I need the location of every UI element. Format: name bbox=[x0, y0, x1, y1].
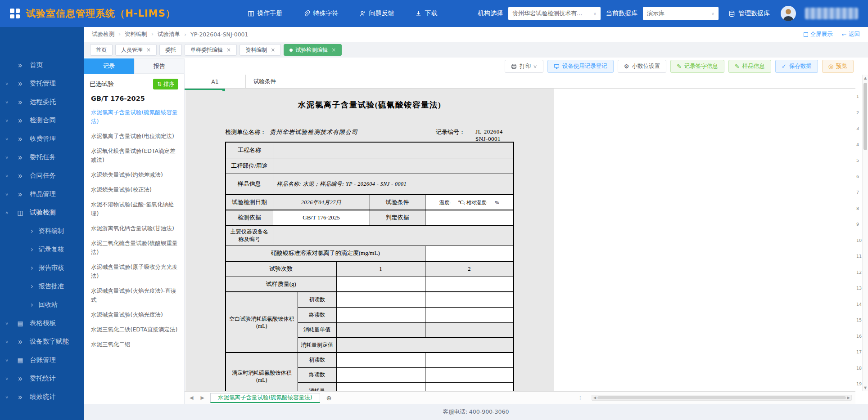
tab-record[interactable]: 记录 bbox=[84, 58, 134, 74]
mass-value-2[interactable] bbox=[425, 277, 514, 292]
breadcrumb-item[interactable]: 资料编制 bbox=[114, 31, 147, 38]
formula-input[interactable]: 试验条件 bbox=[246, 75, 276, 88]
close-icon[interactable]: × bbox=[226, 47, 231, 53]
sidebar-item[interactable]: 检测合同 bbox=[0, 111, 84, 130]
test-date-value[interactable]: 2026年04月27日 bbox=[273, 195, 370, 210]
test-list-item[interactable]: 水泥不溶物试验(盐酸-氢氧化钠处理) bbox=[90, 200, 178, 218]
close-icon[interactable]: × bbox=[146, 47, 151, 53]
sidebar-item[interactable]: 回收站 bbox=[0, 295, 84, 314]
special-chars-link[interactable]: 特殊字符 bbox=[303, 9, 339, 18]
test-list-item[interactable]: 水泥三氧化二铝 bbox=[90, 340, 178, 349]
sidebar-item[interactable]: 收费管理 bbox=[0, 130, 84, 148]
titr-final-2[interactable] bbox=[425, 367, 514, 382]
sort-button[interactable]: ⇅ 排序 bbox=[153, 79, 178, 89]
test-list-item[interactable]: 水泥三氧化二铁(EDTA直接滴定法) bbox=[90, 325, 178, 334]
scroll-left-icon[interactable]: ◀ bbox=[593, 396, 596, 400]
test-list-item[interactable]: 水泥氯离子含量试验(电位滴定法) bbox=[90, 132, 178, 141]
sidebar-item[interactable]: 委托任务 bbox=[0, 148, 84, 166]
print-button[interactable]: 打印 ∨ bbox=[505, 60, 543, 73]
titr-final-1[interactable] bbox=[336, 367, 425, 382]
vertical-scrollbar[interactable]: ▲ ▼ bbox=[862, 75, 868, 391]
cell-input[interactable] bbox=[273, 225, 514, 246]
test-list-item[interactable]: 水泥烧失量试验(校正法) bbox=[90, 185, 178, 194]
sidebar-item[interactable]: 记录复核 bbox=[0, 240, 84, 259]
test-list-item[interactable]: 水泥烧失量试验(灼烧差减法) bbox=[90, 170, 178, 179]
blank-initial-2[interactable] bbox=[425, 292, 514, 307]
more-options-icon[interactable]: ⋮ bbox=[578, 395, 583, 401]
cell-input[interactable] bbox=[273, 158, 514, 174]
basis-value[interactable]: GB/T 176-2025 bbox=[273, 210, 370, 225]
condition-value[interactable]: 温度: ℃; 相对湿度: % bbox=[425, 195, 514, 210]
org-select[interactable]: 贵州华岩试验检测技术有... ∨ bbox=[508, 7, 601, 20]
close-icon[interactable]: × bbox=[331, 47, 336, 53]
titer-value[interactable] bbox=[425, 246, 514, 261]
test-list-item[interactable]: 水泥碱含量试验(火焰光度法) bbox=[90, 310, 178, 319]
close-icon[interactable]: × bbox=[271, 47, 275, 53]
decimal-setting-button[interactable]: ⚙ 小数位设置 bbox=[618, 60, 666, 73]
page-tab[interactable]: 单样委托编辑 × bbox=[185, 44, 237, 56]
sidebar-item[interactable]: 设备数字赋能 bbox=[0, 332, 84, 351]
preview-button[interactable]: ◎ 预览 bbox=[822, 60, 854, 73]
feedback-link[interactable]: 问题反馈 bbox=[359, 9, 394, 18]
cell-input[interactable] bbox=[273, 142, 514, 158]
scroll-up-icon[interactable]: ▲ bbox=[863, 76, 868, 80]
save-data-button[interactable]: ✓ 保存数据 bbox=[775, 60, 818, 73]
sample-info-button[interactable]: ✎ 样品信息 bbox=[728, 60, 771, 73]
user-name-blurred[interactable] bbox=[805, 8, 858, 19]
sidebar-item[interactable]: 合同任务 bbox=[0, 166, 84, 185]
breadcrumb-item[interactable]: 试验清单 bbox=[147, 31, 180, 38]
sheet-tab-next-icon[interactable]: ▶ bbox=[199, 395, 205, 401]
device-usage-log-button[interactable]: 设备使用记录登记 bbox=[547, 60, 614, 73]
record-sign-info-button[interactable]: ✎ 记录签字信息 bbox=[670, 60, 724, 73]
blank-single-1[interactable] bbox=[336, 322, 425, 338]
sidebar-item[interactable]: 委托管理 bbox=[0, 74, 84, 93]
horizontal-scroll-thumb[interactable] bbox=[597, 396, 846, 399]
sheet-tab-active[interactable]: 水泥氯离子含量试验(硫氰酸铵容量法) bbox=[210, 393, 320, 403]
sidebar-item[interactable]: 首页 bbox=[0, 56, 84, 74]
blank-measured-value[interactable] bbox=[336, 338, 514, 353]
horizontal-scrollbar[interactable]: ◀ ▶ bbox=[592, 395, 852, 401]
test-list-item[interactable]: 水泥三氧化硫含量试验(硫酸钡重量法) bbox=[90, 239, 178, 257]
active-column-handle[interactable] bbox=[222, 89, 225, 91]
page-tab[interactable]: 试验检测编辑 × bbox=[284, 44, 342, 56]
mass-value-1[interactable] bbox=[336, 277, 425, 292]
blank-initial-1[interactable] bbox=[336, 292, 425, 307]
manual-link[interactable]: 操作手册 bbox=[248, 9, 283, 18]
sidebar-item[interactable]: 报告批准 bbox=[0, 277, 84, 295]
titr-initial-2[interactable] bbox=[425, 353, 514, 367]
download-link[interactable]: 下载 bbox=[415, 9, 438, 18]
titr-initial-1[interactable] bbox=[336, 353, 425, 367]
test-list-item[interactable]: 水泥氧化镁含量试验(EDTA滴定差减法) bbox=[90, 147, 178, 165]
sidebar-item[interactable]: 远程委托 bbox=[0, 93, 84, 111]
judge-value[interactable] bbox=[425, 210, 514, 225]
sheet-canvas[interactable]: 水泥氯离子含量试验(硫氰酸铵容量法) 检测单位名称：贵州华岩试验检测技术有限公司… bbox=[185, 89, 855, 391]
test-list-item[interactable]: 水泥碱含量试验(原子吸收分光光度法) bbox=[90, 263, 178, 281]
page-tab[interactable]: 资料编制 × bbox=[240, 44, 281, 56]
vertical-scroll-thumb[interactable] bbox=[863, 83, 867, 150]
back-button[interactable]: ← 返回 bbox=[842, 31, 860, 38]
test-list-item[interactable]: 水泥氯离子含量试验(硫氰酸铵容量法) bbox=[90, 108, 178, 126]
manage-db-link[interactable]: 管理数据库 bbox=[728, 9, 770, 18]
test-list-item[interactable]: 水泥碱含量试验(火焰光度法)-直读式 bbox=[90, 286, 178, 304]
blank-single-2[interactable] bbox=[425, 322, 514, 338]
blank-final-2[interactable] bbox=[425, 307, 514, 322]
sidebar-item[interactable]: 试验检测 bbox=[0, 203, 84, 222]
sidebar-item[interactable]: 表格模板 bbox=[0, 314, 84, 332]
tab-report[interactable]: 报告 bbox=[134, 58, 185, 74]
sidebar-item[interactable]: 资料编制 bbox=[0, 222, 84, 240]
sidebar-item[interactable]: 委托统计 bbox=[0, 369, 84, 388]
page-tab[interactable]: 首页 × bbox=[90, 44, 113, 56]
add-sheet-icon[interactable]: ⊕ bbox=[325, 394, 334, 402]
sidebar-item[interactable]: 样品管理 bbox=[0, 185, 84, 203]
sidebar-item[interactable]: 绩效统计 bbox=[0, 388, 84, 406]
sidebar-item[interactable]: 台账管理 bbox=[0, 351, 84, 369]
cell-reference-box[interactable]: A1 bbox=[185, 75, 246, 88]
breadcrumb-item[interactable]: 试验检测 bbox=[92, 31, 114, 38]
sidebar-item[interactable]: 报告审核 bbox=[0, 259, 84, 277]
test-list-item[interactable]: 水泥游离氧化钙含量试验(甘油法) bbox=[90, 224, 178, 233]
page-tab[interactable]: 委托 × bbox=[159, 44, 182, 56]
page-tab[interactable]: 人员管理 × bbox=[115, 44, 157, 56]
db-select[interactable]: 演示库 ∨ bbox=[643, 7, 719, 20]
breadcrumb-item[interactable]: YP-202604-SNJ-0001 bbox=[180, 31, 249, 38]
scroll-right-icon[interactable]: ▶ bbox=[847, 396, 850, 400]
